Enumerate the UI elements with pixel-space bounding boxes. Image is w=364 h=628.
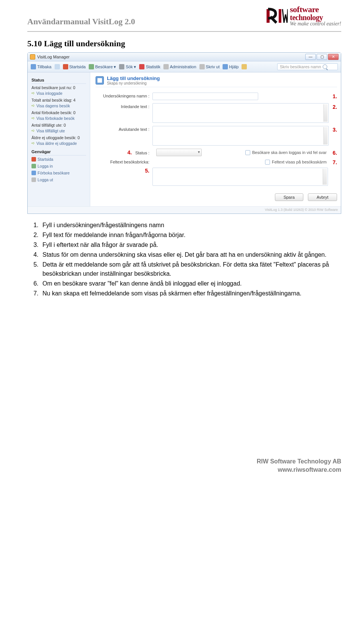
label-name: Undersökningens namn : (96, 93, 152, 98)
main-toolbar: Tillbaka Startsida Besökare ▾ Sök ▾ Stat… (28, 61, 341, 72)
logo-line1: software (290, 5, 341, 14)
window-title: VisitLog Manager (37, 55, 69, 59)
save-button[interactable]: Spara (275, 193, 303, 201)
sidebar-shortcuts-head: Genvägar (31, 149, 86, 155)
checkbox-show-on-screen[interactable]: Feltext visas på besöksskärm (265, 160, 326, 165)
textarea-feltext[interactable] (152, 168, 328, 186)
toolbar-search-button[interactable]: Sök ▾ (119, 64, 136, 69)
form-icon (96, 76, 104, 85)
status-temp-label: Antal tillfälligt ute: 0 (31, 123, 86, 127)
toolbar-stats-button[interactable]: Statistik (139, 64, 160, 69)
instruction-item: Fyll text för meddelande innan frågan/fr… (40, 231, 341, 240)
footer-company: RIW Software Technology AB (27, 457, 341, 466)
link-show-temp[interactable]: ➪Visa tillfälligt ute (31, 128, 86, 133)
link-show-old[interactable]: ➪Visa äldre ej utloggade (31, 141, 86, 146)
section-title: 5.10 Lägg till undersökning (27, 39, 341, 49)
main-panel: Lägg till undersökning Skapa ny undersök… (90, 72, 341, 206)
window-titlebar: VisitLog Manager — ▢ ✕ (28, 53, 341, 61)
link-show-loggedin[interactable]: ➪Visa inloggade (31, 91, 86, 96)
instructions-list: Fyll i undersökningen/frågeställningens … (40, 221, 341, 298)
user-icon (31, 164, 36, 168)
instruction-item: Fyll i eftertext när alla frågor är svar… (40, 240, 341, 250)
link-show-prebooked[interactable]: ➪Visa förbokade besök (31, 116, 86, 121)
sidebar: Status Antal besökare just nu: 0 ➪Visa i… (28, 72, 90, 206)
instruction-item: Detta är ett meddelande som går att få u… (40, 260, 341, 278)
input-survey-name[interactable] (152, 93, 258, 100)
app-icon (30, 54, 35, 60)
toolbar-search-input[interactable]: Skriv besökares namn (277, 63, 338, 70)
sidebar-status-head: Status (31, 78, 86, 84)
cancel-button[interactable]: Avbryt (308, 193, 337, 201)
shortcut-prebook[interactable]: Förboka besökare (31, 171, 86, 175)
app-window: VisitLog Manager — ▢ ✕ Tillbaka Startsid… (27, 52, 341, 214)
status-bar: VisitLog 1.3 (Build 10263) © 2010 RIW So… (28, 206, 341, 214)
window-minimize-button[interactable]: — (305, 54, 316, 60)
toolbar-home-button[interactable]: Startsida (63, 64, 86, 69)
instruction-item: Status för om denna undersökning ska vis… (40, 250, 341, 259)
page-header: Användarmanual VisitLog 2.0 software tec… (27, 5, 341, 29)
footer-url: www.riwsoftware.com (27, 466, 341, 474)
search-placeholder-text: Skriv besökares namn (280, 64, 321, 69)
main-subtitle: Skapa ny undersökning (107, 81, 160, 85)
link-show-today[interactable]: ➪Visa dagens besök (31, 103, 86, 108)
label-outro: Avslutande text : (96, 126, 152, 132)
riw-logo-icon (266, 7, 288, 25)
calendar-icon (31, 171, 36, 175)
toolbar-back-button[interactable]: Tillbaka (31, 64, 52, 69)
status-now-label: Antal besökare just nu: 0 (31, 85, 86, 90)
toolbar-print-button[interactable]: Skriv ut (199, 64, 220, 69)
toolbar-visitors-button[interactable]: Besökare ▾ (89, 64, 116, 69)
header-divider (27, 31, 341, 32)
brand-logo: software technology We make control easi… (266, 5, 341, 27)
status-today-label: Totalt antal besök idag: 4 (31, 98, 86, 102)
callout-1: 1. (333, 93, 337, 99)
callout-7: 7. (333, 159, 337, 165)
status-prebook-label: Antal förbokade besök: 0 (31, 110, 86, 115)
window-maximize-button[interactable]: ▢ (317, 54, 327, 60)
shortcut-logout[interactable]: Logga ut (31, 177, 86, 182)
logout-icon (31, 177, 36, 182)
label-intro: Inledande text : (96, 103, 152, 109)
status-old-label: Äldre ej utloggade besök: 0 (31, 135, 86, 140)
instruction-item: Fyll i undersökningen/frågeställningens … (40, 221, 341, 230)
callout-5: 5. (145, 167, 149, 174)
label-feltext: Feltext besöksbricka: (96, 160, 152, 164)
callout-3: 3. (333, 126, 337, 133)
label-status: Status : (135, 151, 149, 155)
toolbar-help-button[interactable]: Hjälp (223, 64, 238, 69)
main-title: Lägg till undersökning (107, 75, 160, 81)
logo-tagline: We make control easier! (290, 21, 341, 27)
textarea-outro[interactable] (152, 126, 329, 146)
callout-6: 6. (333, 149, 337, 156)
instruction-item: Nu kan skapa ett felmeddelande som visas… (40, 289, 341, 298)
checkbox-login-on-wrong[interactable]: Besökare ska även loggas in vid fel svar (245, 150, 326, 155)
shortcut-login[interactable]: Logga in (31, 164, 86, 168)
page-footer: RIW Software Technology AB www.riwsoftwa… (27, 457, 341, 474)
select-status[interactable] (156, 149, 202, 156)
callout-4: 4. (127, 149, 132, 155)
toolbar-forward-button[interactable] (55, 64, 60, 69)
window-close-button[interactable]: ✕ (328, 54, 339, 60)
toolbar-user-icon[interactable] (242, 64, 247, 69)
callout-2: 2. (333, 103, 337, 110)
textarea-intro[interactable] (152, 103, 329, 123)
home-icon (31, 157, 36, 162)
toolbar-admin-button[interactable]: Administration (163, 64, 196, 69)
svg-rect-0 (279, 9, 281, 23)
doc-title: Användarmanual VisitLog 2.0 (27, 17, 135, 27)
search-icon (323, 64, 327, 69)
shortcut-home[interactable]: Startsida (31, 157, 86, 162)
instruction-item: Om en besökare svarar "fel" kan denne än… (40, 279, 341, 288)
logo-line2: technology (290, 14, 341, 21)
